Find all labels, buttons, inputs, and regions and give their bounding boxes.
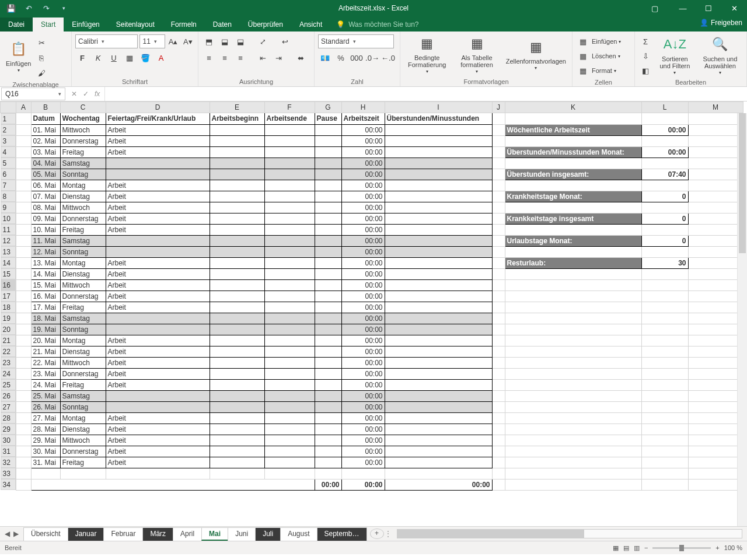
cell-ueberstunden[interactable] [385, 379, 492, 390]
totals-pause[interactable]: 00:00 [315, 479, 341, 490]
cell-arbeitsbeginn[interactable] [210, 313, 264, 324]
bold-button[interactable]: F [75, 51, 89, 65]
cell-arbeitszeit[interactable]: 00:00 [341, 268, 385, 279]
cell-wochentag[interactable]: Samstag [60, 313, 106, 324]
cell-arbeitsbeginn[interactable] [210, 412, 264, 424]
cell-arbeitsbeginn[interactable] [210, 235, 264, 246]
cell-arbeitszeit[interactable]: 00:00 [341, 335, 385, 346]
row-header[interactable]: 26 [1, 390, 16, 401]
cell-ueberstunden[interactable] [385, 290, 492, 302]
cell-pause[interactable] [315, 224, 341, 235]
cell-arbeitszeit[interactable]: 00:00 [341, 435, 385, 446]
cell-arbeitszeit[interactable]: 00:00 [341, 446, 385, 457]
cell-pause[interactable] [315, 346, 341, 357]
totals-ueberstunden[interactable]: 00:00 [385, 479, 492, 490]
cell-wochentag[interactable]: Sonntag [60, 324, 106, 335]
header-pause[interactable]: Pause [315, 113, 341, 125]
cell-ueberstunden[interactable] [385, 457, 492, 468]
cell-ueberstunden[interactable] [385, 324, 492, 335]
sheet-tab[interactable]: Februar [103, 527, 143, 541]
col-header[interactable]: C [60, 102, 106, 113]
cell-arbeitszeit[interactable]: 00:00 [341, 235, 385, 246]
header-status[interactable]: Feiertag/Frei/Krank/Urlaub [106, 113, 210, 125]
cell-arbeitszeit[interactable]: 00:00 [341, 202, 385, 213]
sheet-tab[interactable]: April [173, 527, 202, 541]
cell-arbeitsende[interactable] [264, 158, 315, 169]
col-header[interactable]: K [505, 102, 641, 113]
cell-arbeitsende[interactable] [264, 180, 315, 191]
cell-pause[interactable] [315, 257, 341, 268]
cell-status[interactable]: Arbeit [106, 268, 210, 279]
cell-wochentag[interactable]: Sonntag [60, 401, 106, 412]
cell-datum[interactable]: 07. Mai [31, 191, 60, 202]
cell-arbeitszeit[interactable]: 00:00 [341, 313, 385, 324]
cell-pause[interactable] [315, 158, 341, 169]
cell-arbeitszeit[interactable]: 00:00 [341, 324, 385, 335]
row-header[interactable]: 24 [1, 368, 16, 379]
cell-status[interactable]: Arbeit [106, 446, 210, 457]
cell-pause[interactable] [315, 313, 341, 324]
sheet-tab[interactable]: Juni [228, 527, 256, 541]
cell-arbeitsende[interactable] [264, 335, 315, 346]
cell-wochentag[interactable]: Mittwoch [60, 124, 106, 135]
summary-value[interactable]: 0 [641, 235, 688, 246]
cell-datum[interactable]: 02. Mai [31, 135, 60, 146]
cell-pause[interactable] [315, 246, 341, 257]
cell-datum[interactable]: 04. Mai [31, 158, 60, 169]
cell-arbeitsende[interactable] [264, 191, 315, 202]
sheet-tab[interactable]: Mai [201, 527, 228, 541]
cell-arbeitsbeginn[interactable] [210, 457, 264, 468]
cell-arbeitsbeginn[interactable] [210, 401, 264, 412]
thousands-icon[interactable]: 000 [350, 51, 364, 65]
cell-status[interactable]: Arbeit [106, 191, 210, 202]
format-cells-button[interactable]: ▦Format▾ [576, 64, 631, 78]
cell-arbeitsende[interactable] [264, 324, 315, 335]
cell-status[interactable]: Arbeit [106, 368, 210, 379]
cell-datum[interactable]: 23. Mai [31, 368, 60, 379]
currency-icon[interactable]: 💶 [318, 51, 332, 65]
cell-ueberstunden[interactable] [385, 213, 492, 224]
cell-datum[interactable]: 27. Mai [31, 412, 60, 424]
cell-datum[interactable]: 19. Mai [31, 324, 60, 335]
header-wochentag[interactable]: Wochentag [60, 113, 106, 125]
cell-arbeitsbeginn[interactable] [210, 180, 264, 191]
cell-arbeitsbeginn[interactable] [210, 257, 264, 268]
cell-datum[interactable]: 14. Mai [31, 268, 60, 279]
cell-pause[interactable] [315, 135, 341, 146]
col-header[interactable]: A [16, 102, 31, 113]
cell-arbeitsbeginn[interactable] [210, 279, 264, 290]
row-header[interactable]: 34 [1, 479, 16, 490]
cell-wochentag[interactable]: Freitag [60, 302, 106, 313]
cell-ueberstunden[interactable] [385, 313, 492, 324]
cell-arbeitsende[interactable] [264, 268, 315, 279]
cell-wochentag[interactable]: Freitag [60, 379, 106, 390]
cell-arbeitsende[interactable] [264, 290, 315, 302]
cell-arbeitsbeginn[interactable] [210, 390, 264, 401]
zoom-out-button[interactable]: − [644, 544, 648, 551]
tab-seitenlayout[interactable]: Seitenlayout [108, 18, 163, 32]
undo-icon[interactable]: ↶ [21, 1, 36, 15]
cell-arbeitszeit[interactable]: 00:00 [341, 368, 385, 379]
cell-wochentag[interactable]: Freitag [60, 457, 106, 468]
cell-status[interactable]: Arbeit [106, 457, 210, 468]
row-header[interactable]: 13 [1, 246, 16, 257]
col-header[interactable]: H [341, 102, 385, 113]
cell-ueberstunden[interactable] [385, 401, 492, 412]
cell-arbeitszeit[interactable]: 00:00 [341, 146, 385, 158]
cell-ueberstunden[interactable] [385, 424, 492, 435]
cell-status[interactable]: Arbeit [106, 224, 210, 235]
horizontal-scrollbar[interactable] [397, 529, 742, 538]
row-header[interactable]: 1 [1, 113, 16, 124]
cell-pause[interactable] [315, 335, 341, 346]
align-bottom-icon[interactable]: ⬓ [233, 34, 247, 48]
totals-label[interactable] [31, 479, 315, 490]
cell-arbeitszeit[interactable]: 00:00 [341, 412, 385, 424]
cell-status[interactable]: Arbeit [106, 346, 210, 357]
tab-start[interactable]: Start [33, 18, 64, 32]
autosum-icon[interactable]: Σ [638, 34, 652, 48]
increase-indent-icon[interactable]: ⇥ [271, 51, 285, 65]
cell-arbeitsende[interactable] [264, 357, 315, 368]
col-header[interactable]: B [31, 102, 60, 113]
summary-label[interactable]: Überstunden insgesamt: [505, 169, 641, 180]
cell-status[interactable] [106, 324, 210, 335]
